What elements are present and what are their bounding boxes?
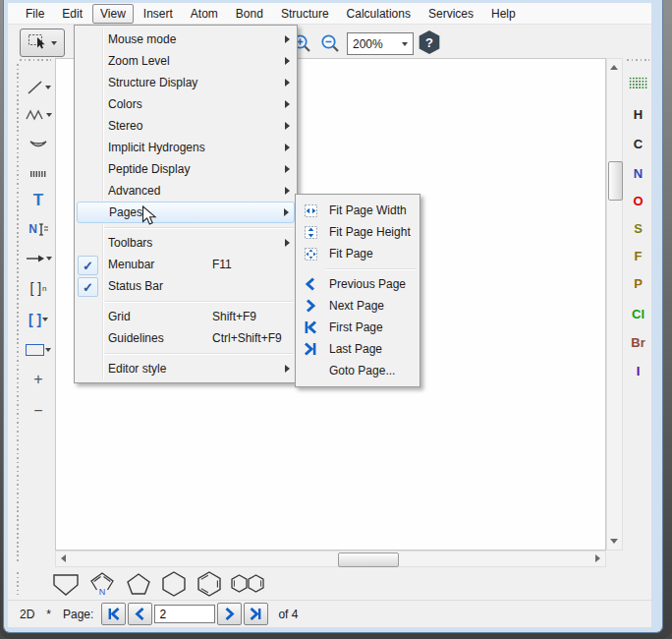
menu-item-pages[interactable]: Pages — [77, 202, 295, 223]
bond-tool-button[interactable] — [24, 76, 53, 99]
arc-tool-button[interactable] — [24, 133, 53, 156]
rectangle-tool-button[interactable] — [24, 338, 53, 362]
menu-item-fit-page[interactable]: Fit Page — [296, 243, 420, 264]
toolbar-grip[interactable] — [627, 59, 649, 61]
scroll-up-icon[interactable] — [610, 65, 618, 70]
menu-bond[interactable]: Bond — [228, 4, 271, 24]
horizontal-scrollbar-thumb[interactable] — [338, 552, 399, 567]
atom-label-tool-button[interactable]: N — [24, 217, 53, 241]
menu-item-label: Status Bar — [108, 279, 163, 293]
menu-item-structure-display[interactable]: Structure Display — [75, 72, 297, 93]
scroll-left-icon[interactable] — [61, 554, 66, 562]
selection-tool-button[interactable] — [20, 29, 65, 57]
element-p-button[interactable]: P — [625, 272, 651, 294]
next-page-button[interactable] — [217, 603, 242, 625]
arrow-dropdown-icon[interactable] — [46, 257, 52, 261]
menu-item-implicit-hydrogens[interactable]: Implicit Hydrogens — [75, 137, 297, 158]
dashed-bond-tool-button[interactable] — [24, 162, 53, 186]
template-cyclopentane-flat-button[interactable] — [49, 569, 83, 598]
selection-marquee-icon — [28, 33, 49, 53]
menu-separator — [75, 349, 297, 358]
help-button[interactable]: ? — [418, 30, 441, 54]
last-page-button[interactable] — [244, 603, 268, 625]
menu-edit[interactable]: Edit — [54, 4, 90, 24]
text-tool-button[interactable]: T — [24, 189, 53, 212]
element-cl-button[interactable]: Cl — [625, 303, 651, 324]
toolbar-grip[interactable] — [17, 64, 19, 561]
element-f-button[interactable]: F — [625, 245, 651, 266]
menu-item-menubar[interactable]: ✓MenubarF11 — [75, 254, 297, 275]
menu-separator — [75, 297, 297, 306]
vertical-scrollbar-thumb[interactable] — [608, 161, 623, 201]
arrow-tool-button[interactable] — [24, 247, 53, 270]
zoom-level-value: 200% — [348, 37, 402, 51]
vertical-scrollbar[interactable] — [606, 58, 623, 551]
menu-item-colors[interactable]: Colors — [75, 93, 297, 115]
scroll-right-icon[interactable] — [595, 554, 600, 562]
menu-item-fit-page-height[interactable]: Fit Page Height — [296, 221, 420, 243]
selection-dropdown-icon[interactable] — [51, 41, 57, 45]
previous-page-button[interactable] — [128, 603, 152, 625]
element-i-button[interactable]: I — [625, 360, 651, 381]
menu-insert[interactable]: Insert — [136, 4, 181, 24]
menu-structure[interactable]: Structure — [273, 4, 337, 24]
increase-charge-button[interactable]: + — [24, 368, 53, 391]
menu-file[interactable]: File — [18, 4, 52, 24]
bracket-tool-button[interactable]: [ ] — [24, 308, 53, 331]
bracket-icon: [ ] — [28, 312, 41, 327]
menu-item-next-page[interactable]: Next Page — [296, 295, 420, 317]
menu-item-peptide-display[interactable]: Peptide Display — [75, 158, 297, 180]
naphthalene-icon — [229, 573, 266, 595]
menu-help[interactable]: Help — [483, 4, 524, 24]
zoom-level-combobox[interactable]: 200% — [347, 32, 414, 55]
menu-atom[interactable]: Atom — [183, 4, 226, 24]
svg-text:N: N — [99, 587, 106, 597]
menu-item-stereo[interactable]: Stereo — [75, 115, 297, 137]
menu-item-zoom-level[interactable]: Zoom Level — [75, 50, 297, 72]
chain-dropdown-icon[interactable] — [46, 113, 52, 117]
element-h-button[interactable]: H — [625, 103, 651, 125]
menu-calculations[interactable]: Calculations — [339, 4, 419, 24]
element-br-button[interactable]: Br — [625, 331, 651, 353]
element-n-button[interactable]: N — [625, 162, 651, 184]
menu-item-mouse-mode[interactable]: Mouse mode — [75, 29, 297, 50]
template-cyclohexane-button[interactable] — [157, 569, 191, 598]
atom-label-icon: N — [28, 222, 37, 236]
combobox-dropdown-icon[interactable] — [402, 42, 408, 46]
decrease-charge-button[interactable]: − — [24, 399, 53, 423]
page-number-input[interactable] — [154, 605, 215, 623]
submenu-arrow-icon — [285, 79, 290, 87]
menu-item-goto-page[interactable]: Goto Page... — [296, 360, 420, 381]
menu-item-status-bar[interactable]: ✓Status Bar — [75, 275, 297, 297]
bond-dropdown-icon[interactable] — [45, 86, 51, 89]
toolbar-grip[interactable] — [17, 572, 19, 595]
menu-item-previous-page[interactable]: Previous Page — [296, 273, 420, 295]
template-cyclopentane-button[interactable] — [122, 569, 155, 598]
periodic-table-button[interactable] — [625, 72, 651, 93]
zoom-out-button[interactable] — [318, 32, 342, 54]
element-o-button[interactable]: O — [625, 190, 651, 211]
menu-item-first-page[interactable]: First Page — [296, 317, 420, 338]
template-pyrrole-button[interactable]: N — [85, 569, 119, 598]
menu-item-grid[interactable]: GridShift+F9 — [75, 306, 297, 327]
bracket-dropdown-icon[interactable] — [42, 318, 48, 321]
sgroup-tool-button[interactable]: [ ]n — [24, 276, 53, 300]
menu-services[interactable]: Services — [420, 4, 481, 24]
menu-item-advanced[interactable]: Advanced — [75, 180, 297, 202]
menu-item-label: Peptide Display — [108, 162, 190, 176]
template-benzene-button[interactable] — [193, 569, 226, 598]
menu-item-toolbars[interactable]: Toolbars — [75, 232, 297, 254]
rectangle-dropdown-icon[interactable] — [45, 348, 51, 352]
menu-item-editor-style[interactable]: Editor style — [75, 358, 297, 379]
menu-view[interactable]: View — [92, 4, 134, 24]
menu-item-fit-page-width[interactable]: Fit Page Width — [296, 200, 420, 221]
element-c-button[interactable]: C — [625, 133, 651, 154]
element-s-button[interactable]: S — [625, 217, 651, 239]
first-page-button[interactable] — [101, 603, 126, 625]
chain-tool-button[interactable] — [24, 103, 53, 127]
menu-item-last-page[interactable]: Last Page — [296, 338, 420, 360]
template-naphthalene-button[interactable] — [228, 569, 267, 598]
scroll-down-icon[interactable] — [610, 539, 618, 544]
menu-item-guidelines[interactable]: GuidelinesCtrl+Shift+F9 — [75, 327, 297, 349]
horizontal-scrollbar[interactable] — [55, 551, 606, 567]
